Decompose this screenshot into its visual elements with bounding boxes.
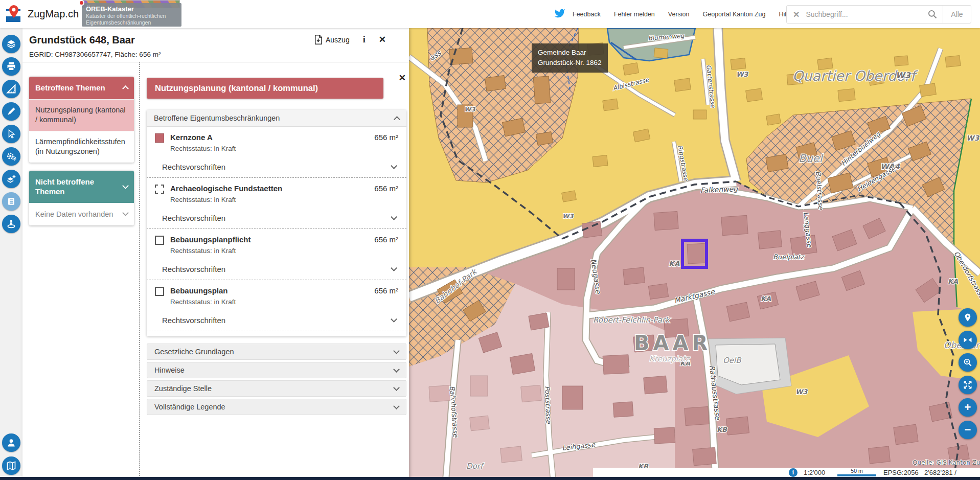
draw-tool-button[interactable] xyxy=(2,102,20,121)
layers-tool-button[interactable] xyxy=(2,35,20,53)
panel-close-button[interactable]: ✕ xyxy=(379,34,386,45)
add-layers-tool-button[interactable] xyxy=(2,170,20,188)
accordion-responsible-office[interactable]: Zuständige Stelle xyxy=(147,380,406,397)
link-version[interactable]: Version xyxy=(668,11,690,18)
map-label: Dorf xyxy=(466,462,485,471)
parcel-info-panel: Grundstück 648, Baar Auszug i ✕ EGRID: C… xyxy=(22,28,409,480)
link-report-error[interactable]: Fehler melden xyxy=(614,11,655,18)
parcel-title: Grundstück 648, Baar xyxy=(29,34,135,46)
swipe-compare-button[interactable] xyxy=(959,331,977,349)
printer-icon xyxy=(6,61,16,72)
oereb-badge: ÖREB-Kataster Kataster der öffentlich-re… xyxy=(82,3,181,27)
law-provisions-toggle[interactable]: Rechtsvorschriften xyxy=(155,255,398,280)
accordion-full-legend[interactable]: Vollständige Legende xyxy=(147,399,406,415)
tooltip-parcel-number: Grundstück-Nr. 1862 xyxy=(538,58,602,68)
map-label: KA xyxy=(948,278,958,285)
twitter-icon[interactable] xyxy=(554,8,566,21)
settings-tool-button[interactable] xyxy=(2,147,20,166)
column-divider xyxy=(139,62,140,480)
locate-button[interactable] xyxy=(959,308,977,327)
chevron-down-icon xyxy=(122,210,129,216)
account-person-icon xyxy=(6,438,16,448)
bottom-bar xyxy=(0,477,980,480)
app-logo[interactable]: ZugMap.ch xyxy=(5,4,79,24)
zoom-in-button[interactable]: + xyxy=(959,398,977,417)
restriction-status: Rechtsstatus: in Kraft xyxy=(170,196,398,203)
map-overview-button[interactable] xyxy=(2,456,20,475)
restriction-item-bebauungsplanpflicht: Bebauungsplanpflicht 656 m² Rechtsstatus… xyxy=(147,229,406,280)
restrictions-card: Betroffene Eigentumsbeschränkungen Kernz… xyxy=(147,110,406,336)
zoom-out-button[interactable]: − xyxy=(959,421,977,439)
extract-label: Auszug xyxy=(326,36,350,44)
map-label: Kreuzplatz xyxy=(649,354,691,363)
fullscreen-button[interactable] xyxy=(959,376,977,394)
restrictions-accordion-header[interactable]: Betroffene Eigentumsbeschränkungen xyxy=(147,110,406,127)
no-data-row[interactable]: Keine Daten vorhanden xyxy=(29,203,134,225)
chevron-down-icon xyxy=(122,182,129,189)
not-affected-topics-header[interactable]: Nicht betroffene Themen xyxy=(29,171,134,203)
map-label: OelB xyxy=(723,356,742,365)
parcel-egrid: EGRID: CH987306657747, Fläche: 656 m² xyxy=(29,51,161,58)
map-label: W3 xyxy=(736,71,748,78)
accordion-notes[interactable]: Hinweise xyxy=(147,362,406,378)
link-geoportal[interactable]: Geoportal Kanton Zug xyxy=(703,11,766,18)
pdf-extract-button[interactable]: Auszug xyxy=(314,35,350,45)
map-label: W3 xyxy=(464,106,476,113)
restriction-name: Bebauungsplan xyxy=(170,286,374,295)
select-tool-button[interactable] xyxy=(2,125,20,143)
badge-title: ÖREB-Kataster xyxy=(86,5,177,13)
law-provisions-toggle[interactable]: Rechtsvorschriften xyxy=(155,152,398,177)
ruler-triangle-icon xyxy=(6,84,16,94)
accordion-label: Hinweise xyxy=(154,366,185,374)
accordion-legal-basis[interactable]: Gesetzliche Grundlagen xyxy=(147,344,406,360)
street-view-tool-button[interactable] xyxy=(2,215,20,233)
account-button[interactable] xyxy=(2,433,20,452)
zoom-to-extent-button[interactable] xyxy=(959,353,977,372)
restriction-status: Rechtsstatus: in Kraft xyxy=(170,247,398,255)
scale-info-icon[interactable]: i xyxy=(789,468,797,477)
measure-tool-button[interactable] xyxy=(2,80,20,98)
chevron-down-icon xyxy=(391,214,397,220)
search-scope-select[interactable]: Alle xyxy=(943,10,971,18)
restriction-item-kernzone: Kernzone A 656 m² Rechtsstatus: in Kraft… xyxy=(147,127,406,178)
search-box: ✕ Alle xyxy=(786,5,971,24)
restriction-area: 656 m² xyxy=(374,286,398,295)
law-provisions-toggle[interactable]: Rechtsvorschriften xyxy=(155,306,398,331)
badge-pin-marker xyxy=(79,0,84,6)
restriction-area: 656 m² xyxy=(374,235,398,244)
zoning-map: Quartier OberdorfW3W3W3W3W3W3WA4KAKAKAKA… xyxy=(409,28,980,480)
topic-item-nutzungsplanung[interactable]: Nutzungsplanung (kantonal / kommunal) xyxy=(29,99,134,131)
detail-close-button[interactable]: ✕ xyxy=(399,73,406,83)
accordion-label: Zuständige Stelle xyxy=(154,384,212,393)
search-icon[interactable] xyxy=(922,9,943,19)
pencil-icon xyxy=(7,107,16,116)
oereb-cadastre-tool-button[interactable] xyxy=(2,192,20,211)
chevron-down-icon xyxy=(393,366,400,373)
map-label: W3 xyxy=(896,71,911,80)
map-label: Falkenweg xyxy=(700,185,739,194)
map-status-bar: i 1:2'000 50 m EPSG:2056 2'682'281 / 1'2… xyxy=(593,468,980,477)
print-tool-button[interactable] xyxy=(2,57,20,76)
gears-icon xyxy=(6,151,16,162)
map-canvas[interactable]: Quartier OberdorfW3W3W3W3W3W3WA4KAKAKAKA… xyxy=(409,28,980,480)
affected-topics-header[interactable]: Betroffene Themen xyxy=(29,77,134,99)
brand-name: ZugMap.ch xyxy=(28,8,79,20)
not-affected-topics-label: Nicht betroffene Themen xyxy=(35,177,123,197)
topic-item-laermempfindlichkeit[interactable]: Lärmempfindlichkeitsstufen (in Nutzungsz… xyxy=(29,131,134,163)
law-provisions-label: Rechtsvorschriften xyxy=(162,163,225,171)
map-label: Buel xyxy=(799,152,824,165)
map-label: Robert-Felchlin-Park xyxy=(593,315,671,325)
panel-info-button[interactable]: i xyxy=(363,34,366,45)
zugmap-pin-icon xyxy=(5,4,22,24)
panel-actions: Auszug i ✕ xyxy=(314,34,386,45)
topics-column: Betroffene Themen Nutzungsplanung (kanto… xyxy=(29,77,134,234)
search-input[interactable] xyxy=(806,10,922,18)
law-provisions-toggle[interactable]: Rechtsvorschriften xyxy=(155,203,398,228)
chevron-down-icon xyxy=(391,163,397,169)
legend-swatch-dashed xyxy=(155,185,164,194)
search-clear-icon[interactable]: ✕ xyxy=(787,10,806,19)
link-feedback[interactable]: Feedback xyxy=(573,11,601,18)
twitter-bird-icon xyxy=(554,8,566,19)
minus-icon: − xyxy=(965,423,971,437)
epsg-code: EPSG:2056 xyxy=(883,469,919,476)
